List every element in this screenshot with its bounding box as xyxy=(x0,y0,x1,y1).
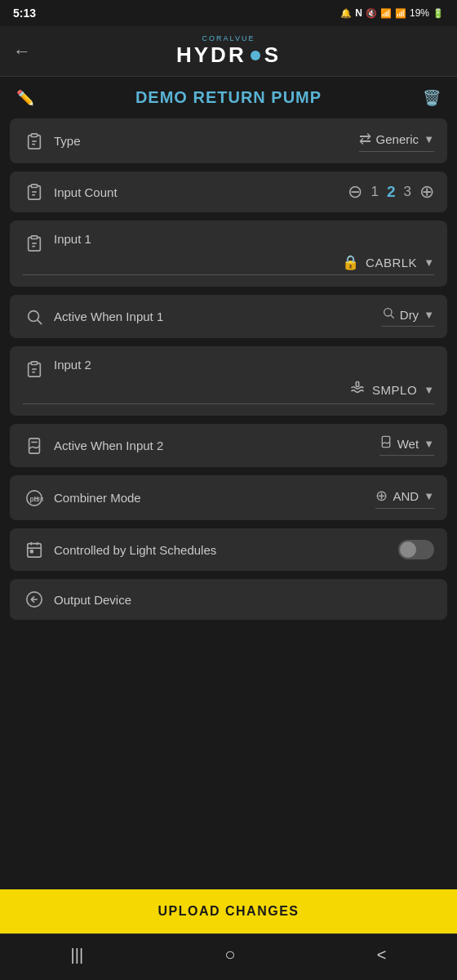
count-increase-button[interactable]: ⊕ xyxy=(419,183,434,201)
active-when-input1-dropdown[interactable]: Dry ▼ xyxy=(382,306,434,327)
svg-rect-13 xyxy=(31,361,37,364)
active-when-1-search-icon xyxy=(23,308,46,326)
combiner-ph-icon: pH ORP xyxy=(23,489,46,507)
svg-rect-0 xyxy=(31,133,37,136)
status-bar: 5:13 🔔 N 🔇 📶 📶 19% 🔋 xyxy=(0,0,457,26)
input-count-row: Input Count ⊖ 1 2 3 ⊕ xyxy=(23,183,434,201)
type-row: Type ⇄ Generic ▼ xyxy=(23,130,434,152)
edit-icon[interactable]: ✏️ xyxy=(16,89,34,107)
input2-value: SMPLO xyxy=(372,383,417,397)
svg-text:ORP: ORP xyxy=(34,496,43,501)
input2-dropdown[interactable]: SMPLO ▼ xyxy=(23,380,434,404)
active-when-input2-card: Active When Input 2 Wet ▼ xyxy=(10,424,447,467)
active-when-input2-chevron-icon: ▼ xyxy=(424,438,434,450)
input2-clipboard-icon xyxy=(23,360,46,378)
active-when-input2-dropdown[interactable]: Wet ▼ xyxy=(379,435,434,456)
combiner-mode-row: pH ORP Combiner Mode ⊕ AND ▼ xyxy=(23,487,434,509)
smplo-icon xyxy=(349,380,366,400)
input1-chevron-icon: ▼ xyxy=(424,256,434,269)
hydros-dot xyxy=(251,51,260,60)
input1-dropdown[interactable]: 🔒 CABRLK ▼ xyxy=(23,254,434,275)
active-when-input1-row: Active When Input 1 Dry ▼ xyxy=(23,306,434,327)
active-when-2-level-small-icon xyxy=(379,435,393,452)
coralvue-label: CORALVUE xyxy=(202,34,255,42)
input-count-clipboard-icon xyxy=(23,183,46,201)
wifi-icon: 📶 xyxy=(380,8,392,19)
combiner-mode-card: pH ORP Combiner Mode ⊕ AND ▼ xyxy=(10,475,447,520)
active-when-input2-value: Wet xyxy=(397,437,419,451)
svg-point-11 xyxy=(384,309,391,316)
count-val-1[interactable]: 1 xyxy=(370,184,378,200)
nav-back-icon[interactable]: < xyxy=(377,946,387,964)
combiner-mode-dropdown[interactable]: ⊕ AND ▼ xyxy=(375,487,434,509)
svg-rect-19 xyxy=(382,436,389,447)
svg-point-9 xyxy=(29,310,39,321)
input-count-controls: ⊖ 1 2 3 ⊕ xyxy=(348,183,434,201)
count-val-3[interactable]: 3 xyxy=(404,184,411,200)
combiner-mode-chevron-icon: ▼ xyxy=(424,490,434,502)
nav-bar: ||| ○ < xyxy=(0,933,457,980)
count-decrease-button[interactable]: ⊖ xyxy=(348,183,362,201)
active-when-input2-row: Active When Input 2 Wet ▼ xyxy=(23,435,434,456)
output-device-card: Output Device xyxy=(10,579,447,620)
svg-rect-16 xyxy=(356,382,358,387)
type-chevron-icon: ▼ xyxy=(424,133,434,145)
type-generic-icon: ⇄ xyxy=(359,130,371,148)
active-when-input1-label: Active When Input 1 xyxy=(54,310,374,323)
svg-rect-6 xyxy=(31,235,37,238)
light-schedules-label: Controlled by Light Schedules xyxy=(54,543,390,557)
cabrlk-icon: 🔒 xyxy=(342,254,359,271)
light-schedules-card: Controlled by Light Schedules xyxy=(10,528,447,571)
light-schedules-row: Controlled by Light Schedules xyxy=(23,540,434,559)
nav-recents-icon[interactable]: ||| xyxy=(71,946,84,964)
svg-rect-27 xyxy=(30,550,33,553)
input1-card: Input 1 🔒 CABRLK ▼ xyxy=(10,220,447,287)
type-label: Type xyxy=(54,134,351,148)
type-dropdown[interactable]: ⇄ Generic ▼ xyxy=(359,130,434,152)
output-device-label: Output Device xyxy=(54,593,434,607)
active-when-input1-card: Active When Input 1 Dry ▼ xyxy=(10,295,447,338)
input-count-label: Input Count xyxy=(54,185,339,199)
app-header: ← CORALVUE HYDRS xyxy=(0,26,457,77)
combiner-mode-value: AND xyxy=(393,489,419,503)
input1-value: CABRLK xyxy=(366,256,417,270)
type-clipboard-icon xyxy=(23,132,46,150)
input2-card: Input 2 SMPLO ▼ xyxy=(10,346,447,416)
nav-home-icon[interactable]: ○ xyxy=(224,944,235,965)
input2-chevron-icon: ▼ xyxy=(424,384,434,396)
mute-icon: 🔇 xyxy=(366,8,377,19)
logo: CORALVUE HYDRS xyxy=(176,34,281,68)
active-when-input1-value: Dry xyxy=(400,308,419,322)
back-button[interactable]: ← xyxy=(13,41,31,62)
battery-icon: 🔋 xyxy=(433,8,444,19)
type-card: Type ⇄ Generic ▼ xyxy=(10,118,447,163)
combiner-plus-icon: ⊕ xyxy=(375,487,388,505)
page-title-row: ✏️ DEMO RETURN PUMP 🗑️ xyxy=(0,77,457,118)
page-title: DEMO RETURN PUMP xyxy=(13,88,444,107)
svg-line-12 xyxy=(391,315,394,318)
signal-icon: 📶 xyxy=(395,8,406,19)
active-when-2-level-icon xyxy=(23,437,46,455)
input1-clipboard-icon xyxy=(23,234,46,252)
svg-rect-3 xyxy=(31,185,37,188)
status-time: 5:13 xyxy=(13,7,36,20)
active-when-input1-chevron-icon: ▼ xyxy=(424,309,434,321)
status-icons: 🔔 N 🔇 📶 📶 19% 🔋 xyxy=(340,7,444,19)
active-when-1-search-small-icon xyxy=(382,306,395,323)
combiner-mode-label: Combiner Mode xyxy=(54,491,367,505)
svg-line-10 xyxy=(38,320,42,324)
input2-label-row: Input 2 xyxy=(23,358,434,380)
upload-changes-button[interactable]: UPLOAD CHANGES xyxy=(0,889,457,933)
svg-rect-17 xyxy=(29,438,40,452)
count-val-2[interactable]: 2 xyxy=(387,183,396,201)
light-schedule-calendar-icon xyxy=(23,541,46,559)
input2-label: Input 2 xyxy=(54,358,434,372)
input1-label: Input 1 xyxy=(54,232,434,246)
nfc-icon: N xyxy=(355,7,362,19)
delete-icon[interactable]: 🗑️ xyxy=(423,89,441,107)
output-device-row: Output Device xyxy=(23,590,434,608)
output-device-icon xyxy=(23,590,46,608)
active-when-input2-label: Active When Input 2 xyxy=(54,439,371,452)
light-schedules-toggle[interactable] xyxy=(398,540,434,559)
content-area: Type ⇄ Generic ▼ Input Count ⊖ 1 2 xyxy=(0,118,457,884)
